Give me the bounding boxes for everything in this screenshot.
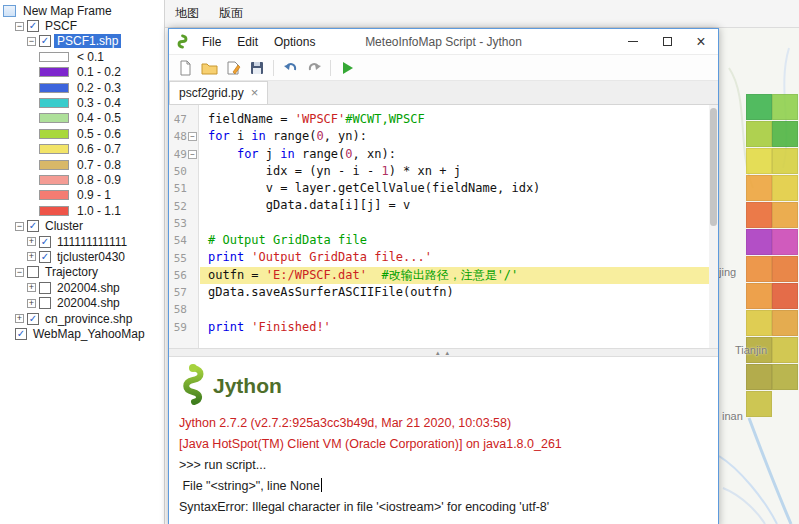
layer-checkbox[interactable]: [39, 282, 51, 294]
code-line-50[interactable]: idx = (yn - i - 1) * xn + j: [200, 163, 709, 180]
save-as-button[interactable]: [221, 57, 245, 79]
code-line-49[interactable]: for j in range(0, xn):: [200, 146, 709, 163]
code-editor[interactable]: 4748−49−50515253545556575859 fieldName =…: [169, 105, 718, 348]
tree-item-cluster[interactable]: −✓Cluster: [0, 218, 164, 233]
editor-scrollbar[interactable]: [709, 105, 718, 348]
city-label: jing: [719, 266, 736, 278]
pscf-grid-cell: [746, 229, 772, 255]
collapse-icon[interactable]: −: [15, 222, 24, 231]
legend-item-0-2-0-3[interactable]: 0.2 - 0.3: [0, 80, 164, 95]
menu-options[interactable]: Options: [266, 31, 323, 53]
tree-item-111111111111[interactable]: +✓111111111111: [0, 234, 164, 249]
menu-file[interactable]: File: [194, 31, 229, 53]
gutter-line: 53: [169, 215, 198, 232]
expand-icon[interactable]: +: [27, 252, 36, 261]
fold-icon[interactable]: −: [188, 150, 197, 159]
expand-icon[interactable]: +: [15, 314, 24, 323]
code-line-53[interactable]: [200, 215, 709, 232]
tree-item-pscf[interactable]: −✓PSCF: [0, 18, 164, 33]
layer-checkbox[interactable]: ✓: [39, 236, 51, 248]
minimize-button[interactable]: [616, 29, 650, 54]
code-pane[interactable]: fieldName = 'WPSCF'#WCWT,WPSCFfor i in r…: [200, 105, 709, 336]
menu-map[interactable]: 地图: [165, 1, 209, 26]
layer-checkbox[interactable]: ✓: [27, 313, 39, 325]
code-line-51[interactable]: v = layer.getCellValue(fieldName, idx): [200, 180, 709, 197]
collapse-icon[interactable]: −: [27, 37, 36, 46]
tree-item-202004-shp[interactable]: +202004.shp: [0, 280, 164, 295]
fold-icon[interactable]: −: [188, 132, 197, 141]
line-number: 54: [170, 234, 187, 247]
tab-pscf2grid-py[interactable]: pscf2grid.py ×: [169, 81, 268, 104]
close-button[interactable]: ×: [684, 29, 718, 54]
maximize-button[interactable]: [650, 29, 684, 54]
code-line-59[interactable]: print 'Finished!': [200, 319, 709, 336]
open-file-button[interactable]: [197, 57, 221, 79]
menu-edit[interactable]: Edit: [229, 31, 266, 53]
tree-item-cn-province-shp[interactable]: +✓cn_province.shp: [0, 311, 164, 326]
tree-item-label: 0.9 - 1: [74, 188, 114, 202]
code-line-47[interactable]: fieldName = 'WPSCF'#WCWT,WPSCF: [200, 111, 709, 128]
legend-item-0-5-0-6[interactable]: 0.5 - 0.6: [0, 126, 164, 141]
legend-item-0-1-0-2[interactable]: 0.1 - 0.2: [0, 65, 164, 80]
menu-layout[interactable]: 版面: [209, 1, 253, 26]
line-number: 58: [170, 303, 187, 316]
code-line-52[interactable]: gData.data[i][j] = v: [200, 197, 709, 214]
collapse-icon[interactable]: −: [15, 268, 24, 277]
gutter-line: 49−: [169, 146, 198, 163]
tree-item-tjcluster0430[interactable]: +✓tjcluster0430: [0, 249, 164, 264]
layer-checkbox[interactable]: ✓: [39, 35, 51, 47]
code-line-58[interactable]: [200, 301, 709, 318]
editor-console-splitter[interactable]: ▴ ▴: [169, 348, 718, 357]
expand-icon[interactable]: +: [27, 237, 36, 246]
legend-item-0-3-0-4[interactable]: 0.3 - 0.4: [0, 95, 164, 110]
code-line-56[interactable]: outfn = 'E:/WPSCF.dat' #改输出路径，注意是'/': [200, 267, 709, 284]
jython-console[interactable]: Jython Jython 2.7.2 (v2.7.2:925a3cc3b49d…: [169, 357, 718, 524]
meteoinfomap-app: New Map Frame−✓PSCF−✓PSCF1.shp< 0.10.1 -…: [0, 0, 799, 524]
code-line-54[interactable]: # Output GridData file: [200, 232, 709, 249]
legend-item-0-1[interactable]: < 0.1: [0, 49, 164, 64]
expand-icon[interactable]: +: [27, 299, 36, 308]
legend-item-0-8-0-9[interactable]: 0.8 - 0.9: [0, 172, 164, 187]
gutter-line: 56: [169, 267, 198, 284]
layer-checkbox[interactable]: ✓: [39, 251, 51, 263]
tree-item-label: 202004.shp: [54, 296, 123, 310]
legend-item-1-0-1-1[interactable]: 1.0 - 1.1: [0, 203, 164, 218]
new-file-button[interactable]: [173, 57, 197, 79]
code-line-48[interactable]: for i in range(0, yn):: [200, 128, 709, 145]
expand-icon[interactable]: +: [27, 283, 36, 292]
tab-close-icon[interactable]: ×: [251, 88, 259, 98]
layer-checkbox[interactable]: ✓: [27, 220, 39, 232]
layer-checkbox[interactable]: [27, 266, 39, 278]
save-as-icon: [225, 60, 241, 76]
layer-checkbox[interactable]: [39, 297, 51, 309]
tree-item-new-map-frame[interactable]: New Map Frame: [0, 3, 164, 18]
tree-item-label: Trajectory: [42, 265, 101, 279]
pscf-grid-cell: [746, 175, 772, 201]
tree-item-trajectory[interactable]: −Trajectory: [0, 265, 164, 280]
legend-item-0-9-1[interactable]: 0.9 - 1: [0, 188, 164, 203]
collapse-icon[interactable]: −: [15, 22, 24, 31]
tree-item-label: cn_province.shp: [42, 312, 135, 326]
map-view[interactable]: jingTianjininan: [719, 28, 799, 524]
layer-checkbox[interactable]: ✓: [15, 328, 27, 340]
save-button[interactable]: [245, 57, 269, 79]
console-line: SyntaxError: Illegal character in file '…: [179, 497, 718, 518]
tree-item-label: PSCF: [42, 19, 80, 33]
script-window-titlebar[interactable]: File Edit Options MeteoInfoMap Script - …: [169, 29, 718, 55]
tree-item-webmap-yahoomap[interactable]: ✓WebMap_YahooMap: [0, 326, 164, 341]
code-line-55[interactable]: print 'Output GridData file...': [200, 249, 709, 266]
legend-item-0-6-0-7[interactable]: 0.6 - 0.7: [0, 142, 164, 157]
legend-item-0-4-0-5[interactable]: 0.4 - 0.5: [0, 111, 164, 126]
legend-swatch: [39, 113, 69, 123]
tree-item-pscf1-shp[interactable]: −✓PSCF1.shp: [0, 34, 164, 49]
pscf-grid-cell: [746, 391, 772, 417]
code-line-57[interactable]: gData.saveAsSurferASCIIFile(outfn): [200, 284, 709, 301]
editor-scrollbar-thumb[interactable]: [710, 108, 717, 226]
legend-item-0-7-0-8[interactable]: 0.7 - 0.8: [0, 157, 164, 172]
redo-button[interactable]: [302, 57, 326, 79]
run-script-button[interactable]: [335, 57, 359, 79]
layer-checkbox[interactable]: ✓: [27, 20, 39, 32]
tree-item-202004-shp[interactable]: +202004.shp: [0, 295, 164, 310]
undo-button[interactable]: [278, 57, 302, 79]
layers-panel: New Map Frame−✓PSCF−✓PSCF1.shp< 0.10.1 -…: [0, 0, 165, 524]
